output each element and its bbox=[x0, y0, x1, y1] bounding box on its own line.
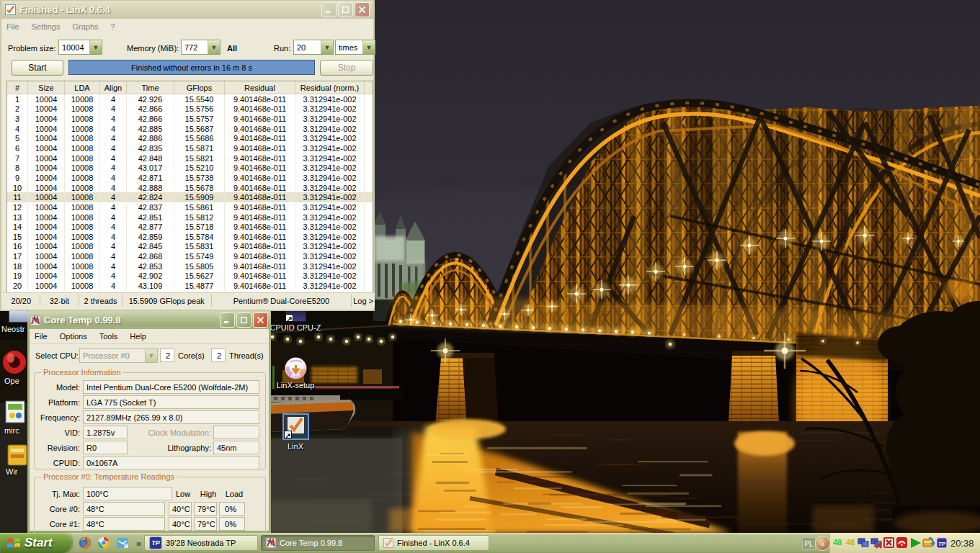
svg-text:TP: TP bbox=[938, 541, 946, 547]
